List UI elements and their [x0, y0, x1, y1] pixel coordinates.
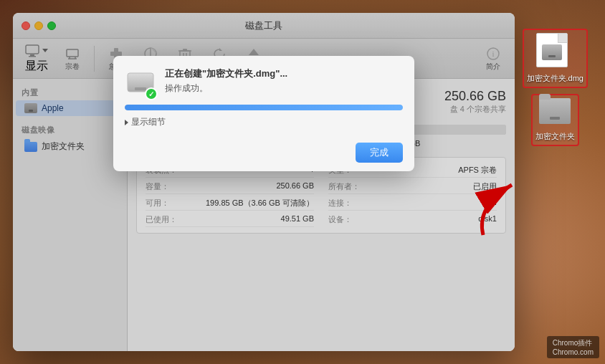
- modal-details-toggle[interactable]: 显示细节: [125, 116, 403, 128]
- modal-footer: 完成: [113, 137, 414, 171]
- modal-header: 正在创建"加密文件夹.dmg"... 操作成功。: [113, 56, 414, 105]
- modal-subtitle: 操作成功。: [165, 82, 403, 95]
- dmg-icon-inner: [542, 44, 562, 60]
- modal-dialog: 正在创建"加密文件夹.dmg"... 操作成功。 显示细节 完成: [113, 56, 414, 171]
- details-toggle-label: 显示细节: [131, 116, 166, 128]
- modal-overlay: 正在创建"加密文件夹.dmg"... 操作成功。 显示细节 完成: [13, 13, 515, 351]
- folder-icon-shape: [539, 98, 571, 124]
- folder-desktop-icon[interactable]: 加密文件夹: [531, 94, 579, 146]
- watermark: Chromo插件Chromo.com: [547, 336, 599, 358]
- folder-icon-label: 加密文件夹: [535, 131, 575, 142]
- modal-progress-bar: [125, 105, 403, 110]
- dmg-icon-body: [536, 33, 568, 67]
- done-button[interactable]: 完成: [356, 143, 403, 163]
- dmg-icon-label: 加密文件夹.dmg: [527, 73, 583, 84]
- modal-text-area: 正在创建"加密文件夹.dmg"... 操作成功。: [165, 67, 403, 95]
- modal-disk-icon: [125, 67, 156, 99]
- details-triangle-icon: [125, 120, 128, 125]
- modal-progress-fill: [125, 105, 403, 110]
- folder-icon-graphic: [539, 98, 571, 128]
- svg-rect-25: [135, 87, 146, 90]
- success-badge: [145, 87, 158, 100]
- watermark-text: Chromo插件Chromo.com: [553, 339, 594, 356]
- dmg-icon-graphic: [536, 33, 573, 70]
- dmg-file-icon[interactable]: 加密文件夹.dmg: [523, 29, 588, 88]
- modal-title: 正在创建"加密文件夹.dmg"...: [165, 67, 403, 80]
- desktop-icons-area: 加密文件夹.dmg 加密文件夹: [523, 29, 588, 146]
- modal-progress-area: 显示细节: [113, 105, 414, 137]
- disk-utility-window: 磁盘工具 显示: [13, 13, 515, 351]
